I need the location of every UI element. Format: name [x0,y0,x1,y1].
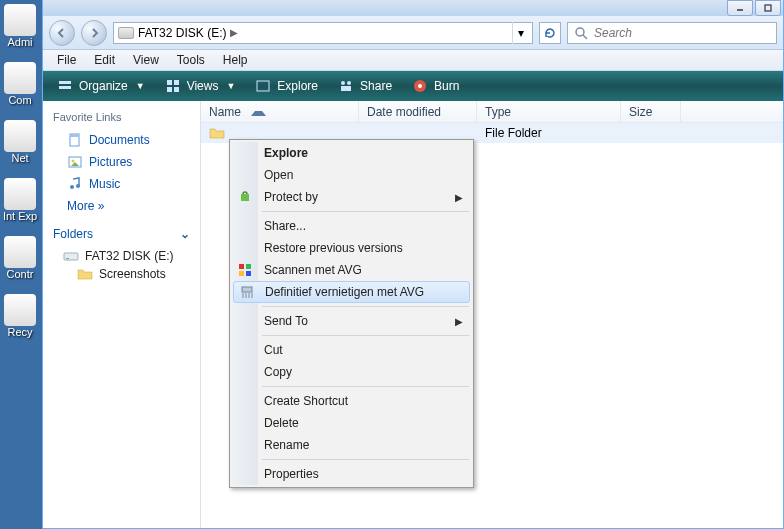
protect-icon [237,189,253,205]
cell-date [359,131,477,135]
context-create-shortcut[interactable]: Create Shortcut [232,390,471,412]
burn-button[interactable]: Burn [404,75,467,97]
shredder-icon [239,284,255,300]
svg-point-19 [72,160,75,163]
folders-heading[interactable]: Folders ⌄ [53,227,190,241]
search-box[interactable] [567,22,777,44]
titlebar [43,0,783,16]
music-icon [67,176,83,192]
tree-item-folder[interactable]: Screenshots [53,265,190,283]
context-protect-by[interactable]: Protect by▶ [232,186,471,208]
cell-type: File Folder [477,124,621,142]
organize-icon [57,78,73,94]
context-open[interactable]: Open [232,164,471,186]
burn-icon [412,78,428,94]
back-button[interactable] [49,20,75,46]
svg-rect-6 [167,80,172,85]
desktop-icon[interactable]: Com [0,58,40,106]
menu-edit[interactable]: Edit [86,51,123,69]
svg-point-12 [347,81,351,85]
drive-icon [63,249,79,263]
avg-icon [237,262,253,278]
sidebar: Favorite Links Documents Pictures Music … [43,101,201,528]
sidebar-item-pictures[interactable]: Pictures [53,151,190,173]
desktop-icon[interactable]: Int Exp [0,174,40,222]
svg-rect-9 [174,87,179,92]
chevron-right-icon: ▶ [230,27,238,38]
column-header-type[interactable]: Type [477,101,621,122]
breadcrumb-dropdown[interactable]: ▾ [512,22,528,44]
svg-point-11 [341,81,345,85]
svg-point-21 [76,184,80,188]
svg-rect-27 [246,271,251,276]
sidebar-item-more[interactable]: More » [53,195,190,213]
desktop-icon[interactable]: Contr [0,232,40,280]
menu-view[interactable]: View [125,51,167,69]
svg-rect-7 [174,80,179,85]
toolbar: Organize▼ Views▼ Explore Share Burn [43,71,783,101]
context-copy[interactable]: Copy [232,361,471,383]
context-properties[interactable]: Properties [232,463,471,485]
chevron-down-icon: ▼ [136,81,145,91]
context-explore[interactable]: Explore [232,142,471,164]
chevron-right-icon: ▶ [455,316,463,327]
context-scan-avg[interactable]: Scannen met AVG [232,259,471,281]
context-share[interactable]: Share... [232,215,471,237]
share-button[interactable]: Share [330,75,400,97]
svg-rect-1 [765,5,771,11]
menubar: File Edit View Tools Help [43,50,783,71]
desktop: Admi Com Net Int Exp Contr Recy [0,0,40,348]
svg-rect-26 [239,271,244,276]
context-send-to[interactable]: Send To▶ [232,310,471,332]
context-shred-avg[interactable]: Definitief vernietigen met AVG [233,281,470,303]
folder-icon [209,126,225,140]
explore-icon [255,78,271,94]
share-icon [338,78,354,94]
svg-rect-4 [59,81,71,84]
menu-file[interactable]: File [49,51,84,69]
chevron-down-icon: ▼ [226,81,235,91]
column-header-size[interactable]: Size [621,101,681,122]
breadcrumb[interactable]: FAT32 DISK (E:) ▶ ▾ [113,22,533,44]
menu-tools[interactable]: Tools [169,51,213,69]
explore-button[interactable]: Explore [247,75,326,97]
breadcrumb-drive: FAT32 DISK (E:) [138,26,226,40]
folder-tree: FAT32 DISK (E:) Screenshots [53,247,190,283]
drive-icon [118,27,134,39]
svg-point-20 [70,185,74,189]
context-cut[interactable]: Cut [232,339,471,361]
svg-rect-5 [59,86,71,89]
forward-button[interactable] [81,20,107,46]
desktop-icon[interactable]: Net [0,116,40,164]
svg-point-2 [576,28,584,36]
svg-rect-8 [167,87,172,92]
desktop-icon[interactable]: Recy [0,290,40,338]
svg-rect-13 [341,86,351,91]
minimize-button[interactable] [727,0,753,16]
column-header-name[interactable]: Name [201,101,359,122]
organize-button[interactable]: Organize▼ [49,75,153,97]
maximize-button[interactable] [755,0,781,16]
svg-rect-28 [242,287,252,292]
search-icon [574,26,588,40]
context-restore[interactable]: Restore previous versions [232,237,471,259]
sidebar-item-music[interactable]: Music [53,173,190,195]
sidebar-item-documents[interactable]: Documents [53,129,190,151]
context-rename[interactable]: Rename [232,434,471,456]
column-header-date[interactable]: Date modified [359,101,477,122]
svg-rect-24 [239,264,244,269]
refresh-button[interactable] [539,22,561,44]
documents-icon [67,132,83,148]
search-input[interactable] [594,26,770,40]
desktop-icon[interactable]: Admi [0,0,40,48]
chevron-down-icon: ⌄ [180,227,190,241]
views-button[interactable]: Views▼ [157,75,244,97]
views-icon [165,78,181,94]
context-delete[interactable]: Delete [232,412,471,434]
tree-item-drive[interactable]: FAT32 DISK (E:) [53,247,190,265]
svg-rect-10 [257,81,269,91]
menu-help[interactable]: Help [215,51,256,69]
pictures-icon [67,154,83,170]
listing-header: Name Date modified Type Size [201,101,783,123]
svg-rect-23 [66,258,69,259]
